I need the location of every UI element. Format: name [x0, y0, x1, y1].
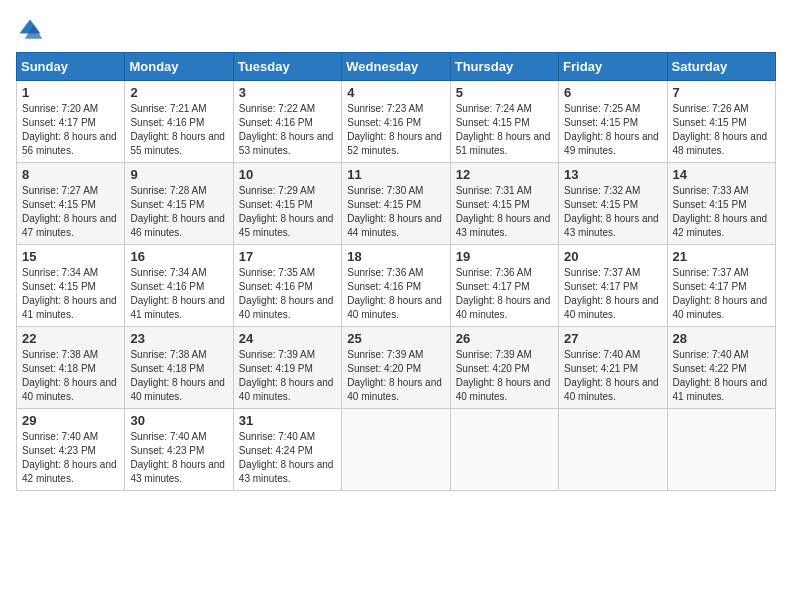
day-info: Sunrise: 7:36 AM Sunset: 4:16 PM Dayligh…	[347, 266, 444, 322]
day-number: 22	[22, 331, 119, 346]
day-info: Sunrise: 7:36 AM Sunset: 4:17 PM Dayligh…	[456, 266, 553, 322]
calendar-day-cell: 14 Sunrise: 7:33 AM Sunset: 4:15 PM Dayl…	[667, 163, 775, 245]
weekday-header: Monday	[125, 53, 233, 81]
day-number: 15	[22, 249, 119, 264]
calendar-day-cell: 15 Sunrise: 7:34 AM Sunset: 4:15 PM Dayl…	[17, 245, 125, 327]
day-number: 12	[456, 167, 553, 182]
calendar-week-row: 1 Sunrise: 7:20 AM Sunset: 4:17 PM Dayli…	[17, 81, 776, 163]
day-number: 16	[130, 249, 227, 264]
calendar-header-row: SundayMondayTuesdayWednesdayThursdayFrid…	[17, 53, 776, 81]
day-number: 14	[673, 167, 770, 182]
day-info: Sunrise: 7:30 AM Sunset: 4:15 PM Dayligh…	[347, 184, 444, 240]
day-info: Sunrise: 7:39 AM Sunset: 4:20 PM Dayligh…	[456, 348, 553, 404]
calendar-day-cell: 27 Sunrise: 7:40 AM Sunset: 4:21 PM Dayl…	[559, 327, 667, 409]
day-info: Sunrise: 7:34 AM Sunset: 4:16 PM Dayligh…	[130, 266, 227, 322]
day-number: 10	[239, 167, 336, 182]
calendar-day-cell: 23 Sunrise: 7:38 AM Sunset: 4:18 PM Dayl…	[125, 327, 233, 409]
day-info: Sunrise: 7:40 AM Sunset: 4:23 PM Dayligh…	[22, 430, 119, 486]
day-info: Sunrise: 7:39 AM Sunset: 4:19 PM Dayligh…	[239, 348, 336, 404]
day-info: Sunrise: 7:21 AM Sunset: 4:16 PM Dayligh…	[130, 102, 227, 158]
calendar-day-cell: 3 Sunrise: 7:22 AM Sunset: 4:16 PM Dayli…	[233, 81, 341, 163]
day-info: Sunrise: 7:20 AM Sunset: 4:17 PM Dayligh…	[22, 102, 119, 158]
calendar-day-cell: 1 Sunrise: 7:20 AM Sunset: 4:17 PM Dayli…	[17, 81, 125, 163]
calendar-day-cell: 2 Sunrise: 7:21 AM Sunset: 4:16 PM Dayli…	[125, 81, 233, 163]
day-number: 7	[673, 85, 770, 100]
calendar-day-cell: 6 Sunrise: 7:25 AM Sunset: 4:15 PM Dayli…	[559, 81, 667, 163]
day-info: Sunrise: 7:40 AM Sunset: 4:21 PM Dayligh…	[564, 348, 661, 404]
day-number: 21	[673, 249, 770, 264]
day-number: 5	[456, 85, 553, 100]
logo-icon	[16, 16, 44, 44]
calendar-day-cell: 17 Sunrise: 7:35 AM Sunset: 4:16 PM Dayl…	[233, 245, 341, 327]
weekday-header: Friday	[559, 53, 667, 81]
weekday-header: Thursday	[450, 53, 558, 81]
day-info: Sunrise: 7:40 AM Sunset: 4:23 PM Dayligh…	[130, 430, 227, 486]
day-number: 24	[239, 331, 336, 346]
calendar-day-cell: 10 Sunrise: 7:29 AM Sunset: 4:15 PM Dayl…	[233, 163, 341, 245]
day-info: Sunrise: 7:37 AM Sunset: 4:17 PM Dayligh…	[564, 266, 661, 322]
day-info: Sunrise: 7:38 AM Sunset: 4:18 PM Dayligh…	[22, 348, 119, 404]
calendar-day-cell	[450, 409, 558, 491]
day-info: Sunrise: 7:28 AM Sunset: 4:15 PM Dayligh…	[130, 184, 227, 240]
calendar-day-cell: 16 Sunrise: 7:34 AM Sunset: 4:16 PM Dayl…	[125, 245, 233, 327]
day-info: Sunrise: 7:40 AM Sunset: 4:24 PM Dayligh…	[239, 430, 336, 486]
calendar-day-cell: 18 Sunrise: 7:36 AM Sunset: 4:16 PM Dayl…	[342, 245, 450, 327]
calendar-day-cell: 31 Sunrise: 7:40 AM Sunset: 4:24 PM Dayl…	[233, 409, 341, 491]
day-info: Sunrise: 7:37 AM Sunset: 4:17 PM Dayligh…	[673, 266, 770, 322]
day-info: Sunrise: 7:34 AM Sunset: 4:15 PM Dayligh…	[22, 266, 119, 322]
calendar-day-cell: 28 Sunrise: 7:40 AM Sunset: 4:22 PM Dayl…	[667, 327, 775, 409]
day-number: 20	[564, 249, 661, 264]
calendar-day-cell: 26 Sunrise: 7:39 AM Sunset: 4:20 PM Dayl…	[450, 327, 558, 409]
day-number: 23	[130, 331, 227, 346]
day-number: 26	[456, 331, 553, 346]
calendar-day-cell	[342, 409, 450, 491]
weekday-header: Tuesday	[233, 53, 341, 81]
day-number: 2	[130, 85, 227, 100]
day-info: Sunrise: 7:40 AM Sunset: 4:22 PM Dayligh…	[673, 348, 770, 404]
day-info: Sunrise: 7:23 AM Sunset: 4:16 PM Dayligh…	[347, 102, 444, 158]
calendar-day-cell	[559, 409, 667, 491]
calendar-week-row: 29 Sunrise: 7:40 AM Sunset: 4:23 PM Dayl…	[17, 409, 776, 491]
day-number: 1	[22, 85, 119, 100]
calendar-day-cell: 19 Sunrise: 7:36 AM Sunset: 4:17 PM Dayl…	[450, 245, 558, 327]
day-number: 29	[22, 413, 119, 428]
day-number: 17	[239, 249, 336, 264]
day-info: Sunrise: 7:27 AM Sunset: 4:15 PM Dayligh…	[22, 184, 119, 240]
day-number: 19	[456, 249, 553, 264]
day-info: Sunrise: 7:38 AM Sunset: 4:18 PM Dayligh…	[130, 348, 227, 404]
day-info: Sunrise: 7:29 AM Sunset: 4:15 PM Dayligh…	[239, 184, 336, 240]
calendar-table: SundayMondayTuesdayWednesdayThursdayFrid…	[16, 52, 776, 491]
calendar-day-cell: 11 Sunrise: 7:30 AM Sunset: 4:15 PM Dayl…	[342, 163, 450, 245]
day-info: Sunrise: 7:22 AM Sunset: 4:16 PM Dayligh…	[239, 102, 336, 158]
day-info: Sunrise: 7:33 AM Sunset: 4:15 PM Dayligh…	[673, 184, 770, 240]
calendar-week-row: 22 Sunrise: 7:38 AM Sunset: 4:18 PM Dayl…	[17, 327, 776, 409]
calendar-day-cell: 7 Sunrise: 7:26 AM Sunset: 4:15 PM Dayli…	[667, 81, 775, 163]
day-info: Sunrise: 7:24 AM Sunset: 4:15 PM Dayligh…	[456, 102, 553, 158]
weekday-header: Saturday	[667, 53, 775, 81]
day-number: 13	[564, 167, 661, 182]
day-info: Sunrise: 7:25 AM Sunset: 4:15 PM Dayligh…	[564, 102, 661, 158]
calendar-day-cell: 20 Sunrise: 7:37 AM Sunset: 4:17 PM Dayl…	[559, 245, 667, 327]
calendar-day-cell: 21 Sunrise: 7:37 AM Sunset: 4:17 PM Dayl…	[667, 245, 775, 327]
calendar-day-cell: 25 Sunrise: 7:39 AM Sunset: 4:20 PM Dayl…	[342, 327, 450, 409]
calendar-day-cell	[667, 409, 775, 491]
day-number: 3	[239, 85, 336, 100]
calendar-day-cell: 24 Sunrise: 7:39 AM Sunset: 4:19 PM Dayl…	[233, 327, 341, 409]
day-number: 27	[564, 331, 661, 346]
day-number: 28	[673, 331, 770, 346]
calendar-day-cell: 4 Sunrise: 7:23 AM Sunset: 4:16 PM Dayli…	[342, 81, 450, 163]
day-info: Sunrise: 7:39 AM Sunset: 4:20 PM Dayligh…	[347, 348, 444, 404]
calendar-day-cell: 22 Sunrise: 7:38 AM Sunset: 4:18 PM Dayl…	[17, 327, 125, 409]
day-number: 31	[239, 413, 336, 428]
day-number: 8	[22, 167, 119, 182]
calendar-day-cell: 29 Sunrise: 7:40 AM Sunset: 4:23 PM Dayl…	[17, 409, 125, 491]
day-number: 6	[564, 85, 661, 100]
logo	[16, 16, 48, 44]
day-number: 25	[347, 331, 444, 346]
weekday-header: Sunday	[17, 53, 125, 81]
day-info: Sunrise: 7:31 AM Sunset: 4:15 PM Dayligh…	[456, 184, 553, 240]
day-info: Sunrise: 7:35 AM Sunset: 4:16 PM Dayligh…	[239, 266, 336, 322]
page-header	[16, 16, 776, 44]
day-info: Sunrise: 7:26 AM Sunset: 4:15 PM Dayligh…	[673, 102, 770, 158]
calendar-week-row: 15 Sunrise: 7:34 AM Sunset: 4:15 PM Dayl…	[17, 245, 776, 327]
